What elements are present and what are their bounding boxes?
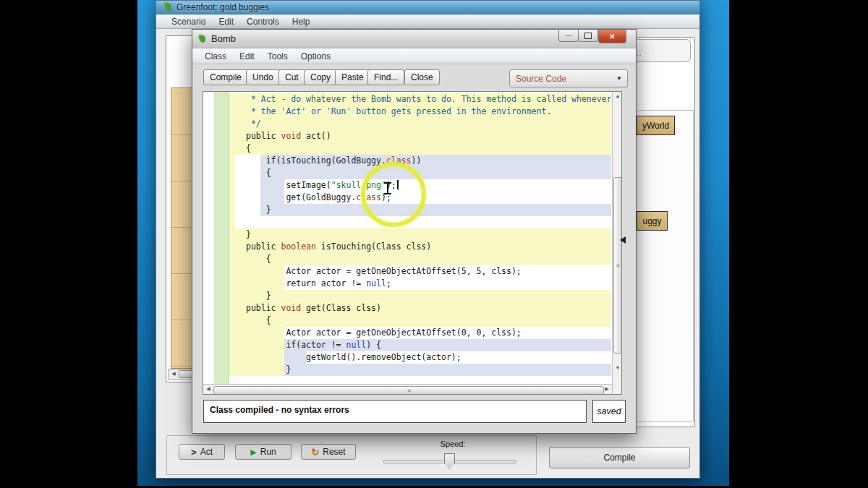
code-line[interactable]: } <box>229 290 611 302</box>
code-token: { <box>246 254 271 264</box>
main-menu-controls[interactable]: Controls <box>240 17 286 27</box>
code-line[interactable]: { <box>229 253 611 265</box>
code-line[interactable]: * the 'Act' or 'Run' button gets pressed… <box>229 106 611 118</box>
horizontal-scrollbar[interactable]: ◀ ≡ ▶ <box>203 384 612 395</box>
toolbar-button-paste[interactable]: Paste <box>335 69 370 85</box>
reset-button[interactable]: ↻ Reset <box>301 444 356 460</box>
toolbar-button-undo[interactable]: Undo <box>246 69 280 85</box>
main-menu-help[interactable]: Help <box>286 17 317 27</box>
code-token: } <box>246 229 251 239</box>
breakpoint-gutter[interactable] <box>214 92 229 384</box>
code-line[interactable]: { <box>229 314 611 327</box>
code-line[interactable]: { <box>229 142 611 155</box>
editor-toolbar: Source Code ▼ CompileUndoCutCopyPasteFin… <box>192 65 636 90</box>
run-button[interactable]: ▶ Run <box>235 444 292 460</box>
main-window-title: Greenfoot: gold buggies <box>176 2 269 12</box>
main-title-bar[interactable]: Greenfoot: gold buggies <box>156 1 699 14</box>
class-label: yWorld <box>642 121 669 131</box>
play-icon: ▶ <box>250 448 256 456</box>
share-area[interactable]: .. <box>631 39 691 62</box>
act-label: Act <box>200 447 213 457</box>
compile-all-button[interactable]: Compile <box>549 447 690 468</box>
code-token: Actor actor = getOneObjectAtOffset(0, 0,… <box>246 328 522 338</box>
editor-menu-tools[interactable]: Tools <box>261 51 294 61</box>
code-token: void <box>281 303 301 313</box>
view-selector-value: Source Code <box>516 74 616 84</box>
code-token: )) <box>412 155 422 166</box>
code-token: } <box>246 364 291 374</box>
code-line[interactable]: public void act() <box>229 130 611 142</box>
compile-status-message: Class compiled - no syntax errors <box>203 400 587 423</box>
close-button[interactable]: ✕ <box>598 30 626 43</box>
scroll-down-icon[interactable]: ▼ <box>613 364 622 372</box>
code-line[interactable]: Actor actor = getOneObjectAtOffset(5, 5,… <box>229 265 611 278</box>
speed-slider-handle[interactable] <box>444 453 455 469</box>
world-grid-line <box>171 181 192 181</box>
scroll-left-icon[interactable]: ◀ <box>203 385 213 393</box>
code-token: get(Class clss) <box>301 303 381 313</box>
code-token: if(isTouching(GoldBuggy. <box>246 155 386 166</box>
scroll-right-icon[interactable]: ▶ <box>602 385 612 393</box>
code-token: } <box>246 205 271 215</box>
code-view[interactable]: * Act - do whatever the Bomb wants to do… <box>229 92 611 385</box>
vertical-scrollbar-thumb[interactable]: ≡ <box>613 177 622 354</box>
code-token: if(actor != <box>246 340 346 350</box>
maximize-button[interactable] <box>578 30 598 42</box>
world-grid-line <box>171 227 192 228</box>
scroll-up-icon[interactable]: ▲ <box>613 92 622 100</box>
scroll-left-icon[interactable]: ◀ <box>169 369 179 378</box>
code-token: * the 'Act' or 'Run' button gets pressed… <box>246 106 551 116</box>
main-menu-scenario[interactable]: Scenario <box>165 17 212 27</box>
greenfoot-footprint-icon <box>199 35 206 43</box>
toolbar-button-cut[interactable]: Cut <box>278 69 305 85</box>
greenfoot-footprint-icon <box>164 2 173 12</box>
world-grid-line <box>171 366 192 367</box>
code-token: getWorld().removeObject(actor); <box>246 352 461 362</box>
compile-label: Compile <box>603 453 635 463</box>
code-token: ; <box>386 278 391 288</box>
code-token: * Act - do whatever the Bomb wants to do… <box>246 94 611 104</box>
code-line[interactable]: Actor actor = getOneObjectAtOffset(0, 0,… <box>229 327 611 339</box>
toolbar-button-close[interactable]: Close <box>404 69 440 85</box>
maximize-icon <box>584 33 592 39</box>
code-editor-panel: * Act - do whatever the Bomb wants to do… <box>203 91 622 395</box>
class-diagram-panel: .. yWorld uggy <box>629 37 695 427</box>
code-line[interactable]: if(actor != null) { <box>229 339 611 351</box>
editor-menu-edit[interactable]: Edit <box>233 51 261 61</box>
class-button-goldbuggy[interactable]: uggy <box>637 211 668 231</box>
horizontal-scrollbar-thumb[interactable]: ≡ <box>213 386 604 395</box>
act-button[interactable]: > Act <box>179 444 225 460</box>
code-line[interactable]: public void get(Class clss) <box>229 302 611 314</box>
code-line[interactable]: * Act - do whatever the Bomb wants to do… <box>229 93 611 106</box>
class-button-myworld[interactable]: yWorld <box>637 116 675 135</box>
toolbar-button-find[interactable]: Find... <box>367 69 404 85</box>
editor-menu-class[interactable]: Class <box>198 51 233 61</box>
view-selector-dropdown[interactable]: Source Code ▼ <box>509 69 628 87</box>
act-icon: > <box>191 448 197 457</box>
execution-controls-bar: > Act ▶ Run ↻ Reset Speed: <box>166 435 537 475</box>
toolbar-button-copy[interactable]: Copy <box>304 69 337 85</box>
ibeam-cursor <box>384 182 391 194</box>
code-token: { <box>246 315 271 325</box>
code-line[interactable]: getWorld().removeObject(actor); <box>229 351 611 364</box>
code-token: null <box>346 340 366 350</box>
code-line[interactable]: public boolean isTouching(Class clss) <box>229 241 611 253</box>
code-line[interactable]: */ <box>229 118 611 130</box>
code-line[interactable] <box>229 216 611 228</box>
code-token: public <box>246 303 281 313</box>
code-token: { <box>246 168 271 178</box>
world-view[interactable] <box>171 87 192 369</box>
toolbar-button-compile[interactable]: Compile <box>203 69 248 85</box>
code-line[interactable]: } <box>229 364 611 376</box>
editor-menu-options[interactable]: Options <box>294 51 337 61</box>
collapse-left-icon[interactable] <box>620 236 626 244</box>
world-grid-line <box>171 320 192 320</box>
minimize-button[interactable]: — <box>558 30 579 42</box>
main-menu-edit[interactable]: Edit <box>212 17 240 27</box>
code-token: isTouching(Class clss) <box>316 241 431 252</box>
code-line[interactable]: } <box>229 228 611 241</box>
scrollbar-grip: ≡ <box>405 389 412 393</box>
code-line[interactable]: if(isTouching(GoldBuggy.class)) <box>229 155 611 167</box>
click-highlight-ring <box>361 162 426 227</box>
code-line[interactable]: return actor != null; <box>229 278 611 290</box>
